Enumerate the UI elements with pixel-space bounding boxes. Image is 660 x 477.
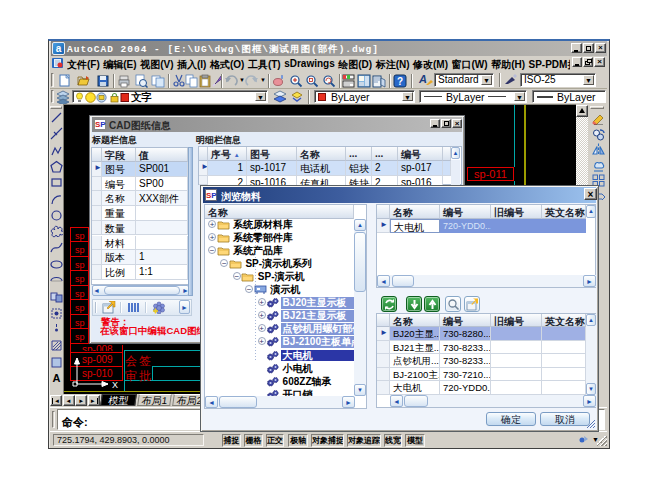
svg-text:?: ? [397,76,403,87]
svg-text:X: X [112,380,118,390]
